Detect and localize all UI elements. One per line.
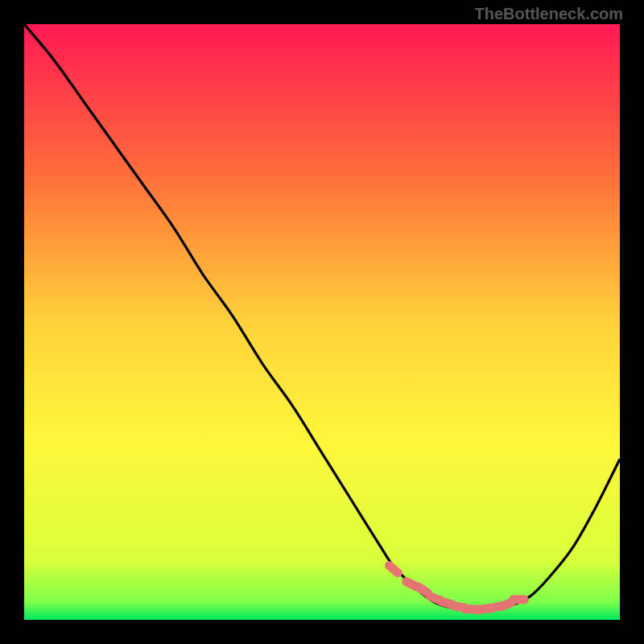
highlight-dot <box>389 566 398 573</box>
curve-layer <box>24 24 620 620</box>
bottleneck-curve <box>24 24 620 610</box>
chart-container: TheBottleneck.com <box>0 0 644 644</box>
highlight-dot <box>419 587 427 593</box>
plot-area <box>24 24 620 620</box>
watermark-text: TheBottleneck.com <box>475 5 623 23</box>
highlight-markers <box>389 566 524 610</box>
